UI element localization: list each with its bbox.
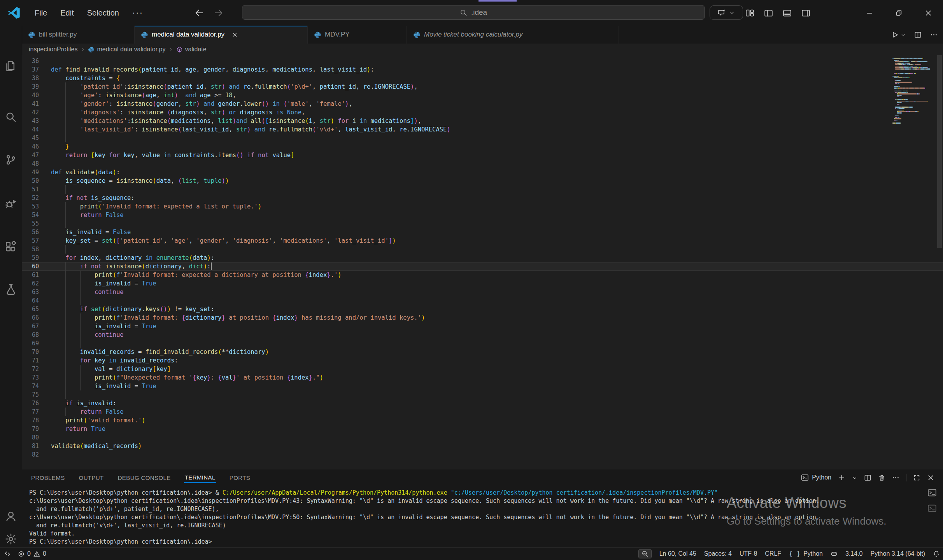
code-line-53[interactable]: 53 print('Invalid format: expected a lis…	[22, 202, 943, 211]
code-line-71[interactable]: 71 for key in invalid_records:	[22, 356, 943, 365]
activity-explorer[interactable]	[5, 60, 17, 72]
code-line-56[interactable]: 56 is_invalid = False	[22, 228, 943, 236]
code-line-46[interactable]: 46 }	[22, 142, 943, 151]
tab-bill-splitter-py[interactable]: bill splitter.py	[22, 26, 135, 44]
code-line-55[interactable]: 55	[22, 219, 943, 228]
tab-medical-data-validator-py[interactable]: medical data validator.py	[135, 26, 308, 44]
window-minimize-button[interactable]	[854, 0, 884, 26]
terminal-output[interactable]: PS C:\Users\user\Desktop\python certific…	[29, 489, 920, 546]
code-line-74[interactable]: 74 is_invalid = True	[22, 382, 943, 390]
window-restore-button[interactable]	[884, 0, 913, 26]
activity-settings-gear[interactable]	[5, 533, 17, 545]
panel-more-actions[interactable]	[892, 474, 899, 481]
code-line-40[interactable]: 40 'age': isinstance(age, int) and age >…	[22, 91, 943, 100]
command-center-search[interactable]: .idea	[242, 5, 705, 20]
breadcrumb-item[interactable]: inspectionProfiles	[29, 46, 77, 53]
tab-close-icon[interactable]	[232, 32, 238, 38]
minimap[interactable]	[892, 57, 930, 126]
code-line-43[interactable]: 43 'medications':isinstance(medications,…	[22, 117, 943, 125]
toggle-panel[interactable]	[783, 9, 792, 18]
code-line-73[interactable]: 73 print(f"Unexpected format '{key}: {va…	[22, 373, 943, 382]
close-panel[interactable]	[927, 474, 934, 481]
code-line-77[interactable]: 77 return False	[22, 408, 943, 416]
split-editor-icon[interactable]	[914, 31, 922, 38]
code-line-65[interactable]: 65 if set(dictionary.keys()) != key_set:	[22, 305, 943, 313]
code-line-44[interactable]: 44 'last_visit_id': isinstance(last_visi…	[22, 125, 943, 134]
status-indentation[interactable]: Spaces: 4	[704, 550, 732, 557]
tab-mdv-py[interactable]: MDV.PY	[308, 26, 407, 44]
menu-edit[interactable]: Edit	[54, 4, 80, 21]
code-line-68[interactable]: 68 continue	[22, 331, 943, 339]
code-line-38[interactable]: 38 constraints = {	[22, 74, 943, 82]
code-line-42[interactable]: 42 'diagnosis': isinstance (diagnosis, s…	[22, 108, 943, 117]
code-line-47[interactable]: 47 return [key for key, value in constra…	[22, 151, 943, 159]
code-line-54[interactable]: 54 return False	[22, 211, 943, 219]
window-close-button[interactable]	[913, 0, 943, 26]
code-line-59[interactable]: 59 for index, dictionary in enumerate(da…	[22, 254, 943, 262]
activity-testing[interactable]	[5, 284, 17, 295]
status-notifications[interactable]	[933, 550, 940, 557]
code-line-62[interactable]: 62 is_invalid = True	[22, 279, 943, 288]
terminal-shell-selector[interactable]: Python	[801, 474, 831, 481]
code-line-45[interactable]: 45	[22, 134, 943, 142]
code-line-72[interactable]: 72 val = dictionary[key]	[22, 365, 943, 373]
code-line-51[interactable]: 51	[22, 185, 943, 194]
status-cursor-position[interactable]: Ln 60, Col 45	[659, 550, 696, 557]
terminal-instance-tab[interactable]	[927, 488, 937, 497]
activity-search[interactable]	[5, 111, 17, 123]
go-back-icon[interactable]	[195, 8, 204, 18]
status-copilot-status[interactable]	[831, 550, 838, 557]
code-line-36[interactable]: 36	[22, 57, 943, 65]
panel-tab-debug-console[interactable]: DEBUG CONSOLE	[117, 473, 172, 483]
code-line-64[interactable]: 64	[22, 296, 943, 305]
terminal-launch-profile[interactable]	[852, 474, 857, 481]
code-line-63[interactable]: 63 continue	[22, 288, 943, 296]
activity-account[interactable]	[5, 510, 17, 522]
code-line-67[interactable]: 67 is_invalid = True	[22, 322, 943, 331]
maximize-panel[interactable]	[913, 474, 920, 481]
code-line-50[interactable]: 50 is_sequence = isinstance(data, (list,…	[22, 177, 943, 185]
menu-overflow[interactable]: ···	[126, 4, 150, 21]
code-line-66[interactable]: 66 print(f'Invalid format: {dictionary} …	[22, 313, 943, 322]
status-python-interpreter[interactable]: Python 3.14 (64-bit)	[870, 550, 925, 557]
code-line-80[interactable]: 80	[22, 433, 943, 442]
status-zoom-indicator[interactable]	[638, 549, 652, 558]
code-line-81[interactable]: 81validate(medical_records)	[22, 442, 943, 450]
code-line-82[interactable]: 82	[22, 450, 943, 459]
code-line-79[interactable]: 79 return True	[22, 425, 943, 433]
code-line-41[interactable]: 41 'gender': isinstance(gender, str) and…	[22, 100, 943, 108]
panel-tab-terminal[interactable]: TERMINAL	[184, 472, 216, 483]
code-line-58[interactable]: 58	[22, 245, 943, 254]
code-line-37[interactable]: 37def find_invalid_records(patient_id, a…	[22, 65, 943, 74]
code-line-39[interactable]: 39 'patient_id':isinstance(patient_id, s…	[22, 82, 943, 91]
terminal-instance-tab[interactable]	[927, 504, 937, 513]
editor-scrollbar[interactable]	[937, 55, 942, 248]
go-forward-icon[interactable]	[214, 8, 223, 18]
code-line-75[interactable]: 75	[22, 390, 943, 399]
code-line-48[interactable]: 48	[22, 159, 943, 168]
code-line-69[interactable]: 69	[22, 339, 943, 348]
panel-tab-problems[interactable]: PROBLEMS	[30, 473, 66, 483]
toggle-secondary-sidebar[interactable]	[801, 9, 810, 18]
activity-source-control[interactable]	[5, 154, 17, 166]
copilot-chat-button[interactable]	[710, 5, 743, 20]
breadcrumb-item[interactable]: medical data validator.py	[88, 46, 165, 53]
code-line-57[interactable]: 57 key_set = set(['patient_id', 'age', '…	[22, 236, 943, 245]
panel-tab-ports[interactable]: PORTS	[229, 473, 251, 483]
breadcrumb-item[interactable]: validate	[176, 46, 207, 53]
menu-file[interactable]: File	[28, 4, 54, 21]
activity-run-debug[interactable]	[5, 198, 17, 210]
run-python-file-button[interactable]	[891, 31, 906, 38]
code-line-76[interactable]: 76 if is_invalid:	[22, 399, 943, 408]
code-line-78[interactable]: 78 print('valid format.')	[22, 416, 943, 425]
activity-extensions[interactable]	[5, 241, 17, 252]
status-encoding[interactable]: UTF-8	[740, 550, 757, 557]
menu-selection[interactable]: Selection	[81, 4, 126, 21]
remote-indicator[interactable]	[4, 550, 11, 557]
status-language-mode[interactable]: { }Python	[789, 550, 823, 557]
editor-more-actions-icon[interactable]	[930, 31, 938, 38]
toggle-primary-sidebar[interactable]	[764, 9, 773, 18]
status-python-extension-version[interactable]: 3.14.0	[845, 550, 862, 557]
code-line-49[interactable]: 49def validate(data):	[22, 168, 943, 177]
code-line-70[interactable]: 70 invalid_records = find_invalid_record…	[22, 348, 943, 356]
